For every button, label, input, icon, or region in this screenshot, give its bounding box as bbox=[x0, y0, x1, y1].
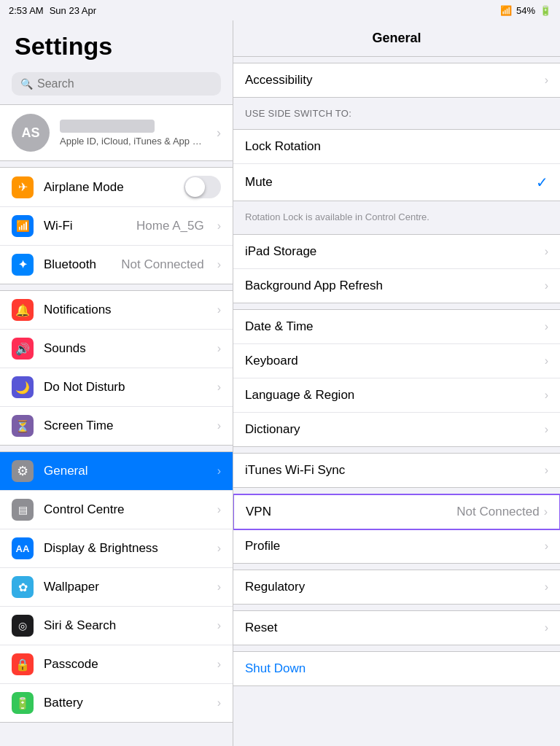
controlcentre-label: Control Centre bbox=[44, 502, 204, 517]
bluetooth-icon-wrap: ✦ bbox=[12, 254, 34, 276]
sirisearch-chevron-icon: › bbox=[217, 619, 221, 632]
displaybrightness-label: Display & Brightness bbox=[44, 541, 204, 556]
sidebar-item-sirisearch[interactable]: ◎ Siri & Search › bbox=[0, 607, 233, 645]
right-panel-title: General bbox=[233, 20, 560, 57]
general-label: General bbox=[44, 464, 204, 478]
sidebar-item-general[interactable]: ⚙ General › bbox=[0, 452, 233, 491]
right-group-shutdown: Shut Down bbox=[233, 651, 560, 686]
sidebar-item-airplane[interactable]: ✈ Airplane Mode bbox=[0, 168, 233, 207]
settings-group-general: ⚙ General › ▤ Control Centre › AA Displa… bbox=[0, 451, 233, 723]
languageregion-chevron-icon: › bbox=[545, 389, 548, 402]
wallpaper-label: Wallpaper bbox=[44, 580, 204, 594]
side-switch-section-label: USE SIDE SWITCH TO: bbox=[233, 104, 560, 123]
right-item-dictionary[interactable]: Dictionary › bbox=[233, 413, 560, 446]
donotdisturb-chevron-icon: › bbox=[217, 381, 221, 394]
sirisearch-icon: ◎ bbox=[12, 615, 34, 637]
right-group-sideswitch: Lock Rotation Mute ✓ bbox=[233, 129, 560, 201]
right-item-languageregion[interactable]: Language & Region › bbox=[233, 378, 560, 413]
wifi-icon: 📶 bbox=[500, 5, 512, 16]
backgroundapprefresh-label: Background App Refresh bbox=[245, 279, 545, 293]
ituneswifisync-chevron-icon: › bbox=[545, 464, 548, 477]
status-date: Sun 23 Apr bbox=[50, 5, 96, 16]
profile-label: Profile bbox=[245, 539, 545, 553]
battery-icon: 🔋 bbox=[540, 5, 551, 16]
sidebar-item-donotdisturb[interactable]: 🌙 Do Not Disturb › bbox=[0, 368, 233, 407]
reset-chevron-icon: › bbox=[545, 621, 548, 634]
battery-label: 54% bbox=[516, 5, 535, 16]
vpn-label: VPN bbox=[246, 505, 456, 519]
wallpaper-icon: ✿ bbox=[12, 576, 34, 598]
sidebar-item-displaybrightness[interactable]: AA Display & Brightness › bbox=[0, 529, 233, 568]
right-group-itunes: iTunes Wi-Fi Sync › bbox=[233, 453, 560, 488]
keyboard-label: Keyboard bbox=[245, 354, 545, 368]
right-item-mute[interactable]: Mute ✓ bbox=[233, 164, 560, 201]
right-item-datetime[interactable]: Date & Time › bbox=[233, 310, 560, 344]
sidebar-item-wifi[interactable]: 📶 Wi-Fi Home A_5G › bbox=[0, 207, 233, 246]
sidebar-item-controlcentre[interactable]: ▤ Control Centre › bbox=[0, 491, 233, 529]
search-input[interactable] bbox=[37, 77, 212, 90]
right-item-keyboard[interactable]: Keyboard › bbox=[233, 344, 560, 378]
profile-chevron-icon: › bbox=[545, 540, 548, 553]
right-item-regulatory[interactable]: Regulatory › bbox=[233, 570, 560, 604]
battery-label: Battery bbox=[44, 696, 204, 710]
status-time: 2:53 AM bbox=[9, 5, 44, 16]
right-group-accessibility: Accessibility › bbox=[233, 63, 560, 98]
sirisearch-label: Siri & Search bbox=[44, 618, 204, 633]
shutdown-button[interactable]: Shut Down bbox=[233, 652, 560, 685]
right-item-profile[interactable]: Profile › bbox=[233, 529, 560, 563]
screentime-chevron-icon: › bbox=[217, 419, 221, 432]
user-info: Apple ID, iCloud, iTunes & App St... bbox=[60, 120, 206, 147]
right-item-accessibility[interactable]: Accessibility › bbox=[233, 63, 560, 97]
ituneswifisync-label: iTunes Wi-Fi Sync bbox=[245, 463, 545, 478]
donotdisturb-icon: 🌙 bbox=[12, 376, 34, 398]
right-item-ipadstorage[interactable]: iPad Storage › bbox=[233, 235, 560, 269]
right-item-vpn[interactable]: VPN Not Connected › bbox=[233, 494, 560, 530]
vpn-chevron-icon: › bbox=[544, 505, 548, 518]
right-item-backgroundapprefresh[interactable]: Background App Refresh › bbox=[233, 269, 560, 303]
sounds-label: Sounds bbox=[44, 341, 204, 356]
airplane-toggle[interactable] bbox=[184, 176, 221, 198]
right-group-storage: iPad Storage › Background App Refresh › bbox=[233, 234, 560, 303]
profile-chevron-icon: › bbox=[217, 125, 221, 141]
right-item-reset[interactable]: Reset › bbox=[233, 611, 560, 645]
sidebar-item-wallpaper[interactable]: ✿ Wallpaper › bbox=[0, 568, 233, 607]
mute-check-icon: ✓ bbox=[536, 174, 548, 191]
sidebar-item-screentime[interactable]: ⏳ Screen Time › bbox=[0, 407, 233, 445]
passcode-chevron-icon: › bbox=[217, 658, 221, 671]
ipadstorage-chevron-icon: › bbox=[545, 245, 548, 258]
wifi-value: Home A_5G bbox=[136, 219, 204, 233]
search-bar[interactable]: 🔍 bbox=[12, 72, 221, 96]
passcode-label: Passcode bbox=[44, 657, 204, 672]
user-profile[interactable]: AS Apple ID, iCloud, iTunes & App St... … bbox=[0, 104, 233, 161]
wifi-icon-wrap: 📶 bbox=[12, 215, 34, 237]
sidebar-item-passcode[interactable]: 🔒 Passcode › bbox=[0, 645, 233, 684]
vpn-value: Not Connected bbox=[456, 505, 539, 519]
dictionary-label: Dictionary bbox=[245, 422, 545, 437]
screentime-icon: ⏳ bbox=[12, 415, 34, 437]
displaybrightness-chevron-icon: › bbox=[217, 542, 221, 555]
right-panel: General Accessibility › USE SIDE SWITCH … bbox=[233, 20, 560, 746]
regulatory-label: Regulatory bbox=[245, 580, 545, 594]
sidebar-item-battery[interactable]: 🔋 Battery › bbox=[0, 684, 233, 722]
general-icon: ⚙ bbox=[12, 460, 34, 482]
settings-group-notifications: 🔔 Notifications › 🔊 Sounds › 🌙 Do Not Di… bbox=[0, 290, 233, 446]
bluetooth-label: Bluetooth bbox=[44, 257, 111, 272]
right-group-vpn: VPN Not Connected › Profile › bbox=[233, 494, 560, 564]
sidebar-item-notifications[interactable]: 🔔 Notifications › bbox=[0, 291, 233, 330]
accessibility-chevron-icon: › bbox=[545, 74, 548, 87]
ipadstorage-label: iPad Storage bbox=[245, 244, 545, 259]
avatar: AS bbox=[12, 114, 50, 152]
right-item-lockrotation[interactable]: Lock Rotation bbox=[233, 130, 560, 164]
battery-chevron-icon: › bbox=[217, 696, 221, 710]
right-item-ituneswifisync[interactable]: iTunes Wi-Fi Sync › bbox=[233, 454, 560, 487]
passcode-icon: 🔒 bbox=[12, 653, 34, 675]
side-switch-note: Rotation Lock is available in Control Ce… bbox=[233, 207, 560, 228]
lockrotation-label: Lock Rotation bbox=[245, 139, 548, 154]
wifi-chevron-icon: › bbox=[217, 219, 221, 233]
airplane-icon: ✈ bbox=[12, 176, 34, 198]
datetime-chevron-icon: › bbox=[545, 320, 548, 333]
bluetooth-value: Not Connected bbox=[121, 257, 203, 272]
sidebar-item-bluetooth[interactable]: ✦ Bluetooth Not Connected › bbox=[0, 246, 233, 284]
sounds-icon: 🔊 bbox=[12, 338, 34, 360]
sidebar-item-sounds[interactable]: 🔊 Sounds › bbox=[0, 330, 233, 368]
